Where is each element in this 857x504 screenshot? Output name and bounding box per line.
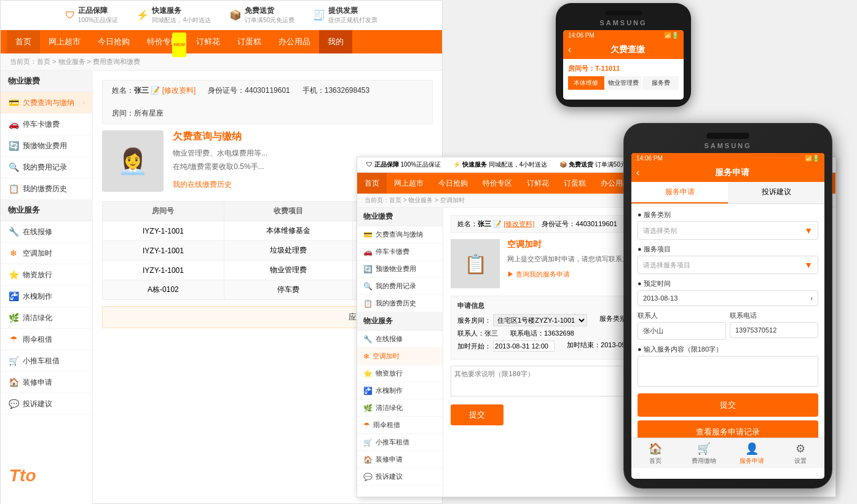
- phone2-record-btn[interactable]: 查看服务申请记录: [638, 420, 818, 438]
- phone2-screen: 14:06 PM 📶🔋 ‹ 服务申请 服务申请 投诉建议 ● 服务类别 请选择类…: [631, 153, 824, 479]
- nav-special[interactable]: 特价专区: [138, 30, 188, 53]
- person-col: 联系人 张小山: [638, 311, 726, 340]
- phone2-tab-service[interactable]: 服务申请: [631, 182, 728, 203]
- overlay-sidebar-water[interactable]: 🚰水槐制作: [357, 382, 443, 400]
- sidebar-item-decor[interactable]: 🏠 装修申请: [1, 372, 92, 393]
- service-type-row: ● 服务类别 请选择类别 ▼: [638, 210, 818, 240]
- sidebar-item-goods[interactable]: ⭐ 物资放行: [1, 264, 92, 286]
- list-icon-2: 📋: [363, 299, 373, 308]
- nav-flowers[interactable]: 订鲜花: [188, 30, 229, 53]
- edit-profile-link[interactable]: [修改资料]: [162, 86, 196, 95]
- service-nav-icon: 👤: [745, 442, 759, 455]
- sidebar-item-water[interactable]: 🚰 水槐制作: [1, 286, 92, 307]
- overlay-edit-link[interactable]: [修改资料]: [504, 220, 534, 227]
- trust-sub-1: 100%正品保证: [78, 16, 119, 25]
- sidebar-item-pay-history[interactable]: 📋 我的缴费历史: [1, 178, 92, 200]
- overlay-submit-btn[interactable]: 提交: [451, 404, 504, 425]
- overlay-nav-cake[interactable]: 订蛋糕: [556, 173, 593, 194]
- overlay-sidebar-history[interactable]: 📋我的缴费历史: [357, 295, 443, 312]
- person-input[interactable]: 张小山: [638, 322, 726, 340]
- phone2-nav-fee[interactable]: 🛒 费用缴纳: [680, 438, 729, 468]
- person-row: 联系人 张小山 联系电话 13975370512: [638, 311, 818, 340]
- nav-supermarket[interactable]: 网上超市: [40, 30, 89, 53]
- overlay-sidebar-ac[interactable]: ❄空调加时: [357, 348, 443, 365]
- sidebar-item-arrears[interactable]: 💳 欠费查询与缴纳 ›: [1, 92, 92, 114]
- overlay-nav-flowers[interactable]: 订鲜花: [519, 173, 556, 194]
- overlay-sidebar-prepay[interactable]: 🔄预缴物业费用: [357, 261, 443, 278]
- overlay-nav-special[interactable]: 特价专区: [475, 173, 519, 194]
- sidebar-item-cart[interactable]: 🛒 小推车租借: [1, 350, 92, 372]
- overlay-sidebar-section-service: 物业服务: [357, 312, 443, 331]
- cell-room: IYZY-1-1001: [103, 261, 224, 280]
- overlay-nav-super[interactable]: 网上超市: [387, 173, 431, 194]
- overlay-sidebar-parking[interactable]: 🚗停车卡缴费: [357, 243, 443, 261]
- overlay-sidebar-goods[interactable]: ⭐物资放行: [357, 365, 443, 382]
- phone1-body: SAMSUNG 14:06 PM 📶🔋 ‹ 欠费查缴 房间号：T-11011 本…: [556, 3, 691, 107]
- service-item-row: ● 服务项目 请选择服务项目 ▼: [638, 245, 818, 274]
- overlay-nav-flash[interactable]: 今日抢购: [431, 173, 475, 194]
- content-textarea[interactable]: [638, 356, 818, 387]
- service-type-label: ● 服务类别: [638, 210, 818, 219]
- sidebar-item-complaint[interactable]: 💬 投诉建议: [1, 393, 92, 415]
- cell-room: A栋-0102: [103, 280, 224, 300]
- umbrella-icon-2: ☂: [363, 421, 370, 430]
- sidebar: 物业缴费 💳 欠费查询与缴纳 › 🚗 停车卡缴费 🔄 预缴物业费用 🔍 我的费用…: [1, 71, 93, 504]
- phone2-nav-settings[interactable]: ⚙ 设置: [776, 438, 825, 468]
- nav-my[interactable]: 我的: [319, 30, 352, 53]
- phone1-tab-1[interactable]: 本体维修: [568, 76, 604, 90]
- phone1-tab-3[interactable]: 服务费: [642, 76, 679, 90]
- sidebar-item-umbrella[interactable]: ☂ 雨伞租借: [1, 329, 92, 350]
- phone-info: 手机：13632698453: [302, 85, 369, 96]
- history-link[interactable]: 我的在线缴费历史: [173, 180, 232, 189]
- phone2-nav-service[interactable]: 👤 服务申请: [728, 438, 776, 468]
- nav-cake[interactable]: 订蛋糕: [229, 30, 270, 53]
- sidebar-item-fee-record[interactable]: 🔍 我的费用记录: [1, 157, 92, 178]
- sidebar-item-repair[interactable]: 🔧 在线报修: [1, 221, 92, 243]
- overlay-nav-home[interactable]: 首页: [357, 173, 387, 194]
- trust-sub-4: 提供正规机打发票: [328, 16, 377, 25]
- overlay-sidebar-cart[interactable]: 🛒小推车租借: [357, 434, 443, 451]
- nav-office[interactable]: 办公用品: [270, 30, 319, 53]
- umbrella-icon: ☂: [8, 334, 19, 345]
- nav-home[interactable]: 首页: [7, 30, 40, 53]
- phone1-tab-2[interactable]: 物业管理费: [606, 76, 642, 90]
- sidebar-item-ac[interactable]: ❄ 空调加时: [1, 243, 92, 264]
- wrench-icon-2: 🔧: [363, 335, 373, 344]
- sidebar-item-clean[interactable]: 🌿 清洁绿化: [1, 307, 92, 329]
- refresh-icon: 🔄: [8, 140, 19, 151]
- phone2-tab-complaint[interactable]: 投诉建议: [728, 182, 824, 203]
- star-icon-2: ⭐: [363, 369, 373, 378]
- service-room-select[interactable]: 住宅区1号楼ZYZY-1-1001: [493, 314, 587, 326]
- refresh-icon-2: 🔄: [363, 265, 373, 274]
- overlay-sidebar-record[interactable]: 🔍我的费用记录: [357, 278, 443, 295]
- section-title: 欠费查询与缴纳: [173, 130, 433, 143]
- phone2-nav-home[interactable]: 🏠 首页: [631, 438, 680, 468]
- overlay-sidebar-clean[interactable]: 🌿清洁绿化: [357, 400, 443, 417]
- phone2-outer: SAMSUNG 14:06 PM 📶🔋 ‹ 服务申请 服务申请 投诉建议 ● 服…: [623, 123, 832, 489]
- sidebar-item-prepay[interactable]: 🔄 预缴物业费用: [1, 135, 92, 157]
- sidebar-item-parking[interactable]: 🚗 停车卡缴费: [1, 114, 92, 135]
- phone2-submit-btn[interactable]: 提交: [638, 393, 818, 417]
- service-type-select[interactable]: 请选择类别 ▼: [638, 221, 818, 240]
- samsung-logo-2: SAMSUNG: [631, 141, 824, 151]
- overlay-sidebar-complaint[interactable]: 💬投诉建议: [357, 468, 443, 486]
- trust-bar: 🛡 正品保障 100%正品保证 ⚡ 快速服务 同城配送，4小时送达 📦 免费送货…: [1, 1, 442, 30]
- overlay-service-link[interactable]: ▶ 查询我的服务申请: [507, 270, 570, 278]
- overlay-sidebar-decor[interactable]: 🏠装修申请: [357, 451, 443, 468]
- overlay-sidebar-arrears[interactable]: 💳欠费查询与缴纳: [357, 226, 443, 243]
- service-item-select[interactable]: 请选择服务项目 ▼: [638, 256, 818, 274]
- phone1-title: 欠费查缴: [576, 44, 679, 55]
- phone2-back-btn[interactable]: ‹: [636, 167, 639, 178]
- phone1-back-btn[interactable]: ‹: [568, 44, 571, 55]
- overlay-sidebar-umbrella[interactable]: ☂雨伞租借: [357, 417, 443, 434]
- cart-icon-2: 🛒: [363, 438, 373, 447]
- start-time-input[interactable]: [493, 341, 555, 352]
- overlay-avatar: 📋: [451, 239, 500, 288]
- cell-item: 垃圾处理费: [224, 241, 352, 261]
- person-label: 联系人: [638, 311, 726, 320]
- date-input[interactable]: 2013-08-13 ›: [638, 290, 818, 306]
- nav-flash-sale[interactable]: 今日抢购: [89, 30, 138, 53]
- overlay-sidebar-repair[interactable]: 🔧在线报修: [357, 331, 443, 348]
- card-icon-2: 💳: [363, 230, 373, 239]
- phone-input[interactable]: 13975370512: [730, 322, 818, 338]
